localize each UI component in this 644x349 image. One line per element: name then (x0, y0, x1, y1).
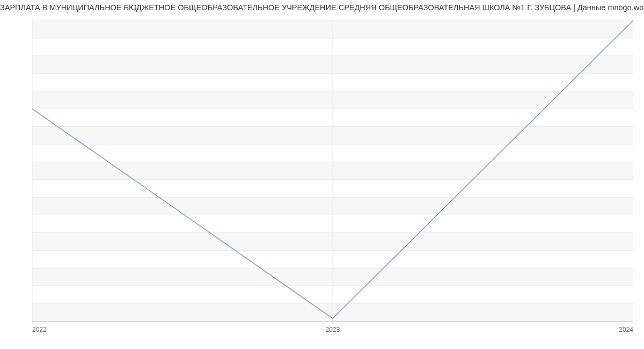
x-tick-label: 2022 (32, 326, 47, 333)
plot-area: 1600018000200002200024000260002800030000… (32, 20, 633, 321)
x-tick-label: 2024 (619, 326, 633, 333)
x-tick-label: 2023 (326, 326, 340, 333)
chart-container: ЗАРПЛАТА В МУНИЦИПАЛЬНОЕ БЮДЖЕТНОЕ ОБЩЕО… (0, 0, 644, 349)
chart-title: ЗАРПЛАТА В МУНИЦИПАЛЬНОЕ БЮДЖЕТНОЕ ОБЩЕО… (0, 3, 640, 12)
chart-svg: 1600018000200002200024000260002800030000… (32, 20, 633, 343)
